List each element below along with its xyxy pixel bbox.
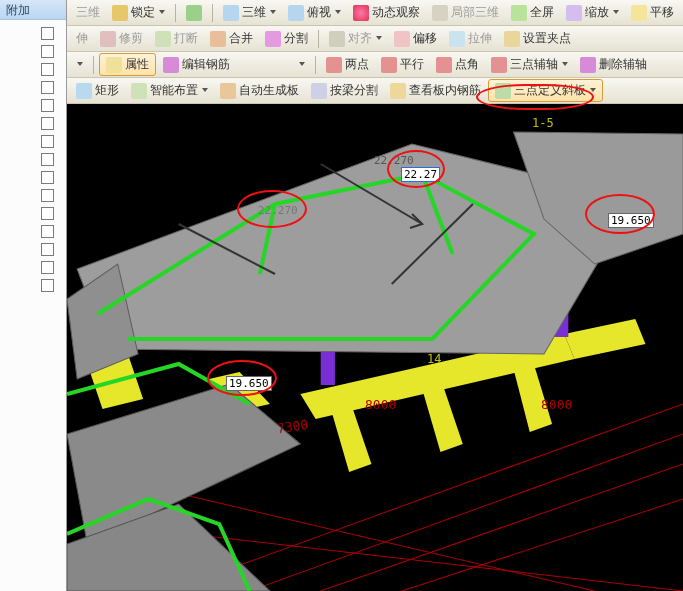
view-rebar-icon xyxy=(390,83,406,99)
trim-button[interactable]: 修剪 xyxy=(95,27,148,50)
cube-icon xyxy=(223,5,239,21)
offset-icon xyxy=(394,31,410,47)
svg-marker-10 xyxy=(331,404,372,472)
grid-label: 14 xyxy=(427,352,441,366)
trim-icon xyxy=(100,31,116,47)
delete-axis-button[interactable]: 删除辅轴 xyxy=(575,53,652,76)
svg-line-2 xyxy=(321,464,683,591)
checkbox[interactable] xyxy=(41,279,54,292)
svg-marker-11 xyxy=(422,384,463,452)
toolbar-view: 三维 锁定 三维 俯视 动态观察 局部三维 全屏 缩放 平移 xyxy=(67,0,683,26)
grid-label: 1-5 xyxy=(532,116,554,130)
zoom-icon xyxy=(566,5,582,21)
svg-line-1 xyxy=(250,434,683,591)
callout-circle xyxy=(207,360,277,396)
checkbox-column xyxy=(0,20,66,591)
left-panel-header: 附加 xyxy=(0,0,66,20)
checkbox[interactable] xyxy=(41,27,54,40)
svg-marker-9 xyxy=(564,319,645,359)
view-3d-label: 三维 xyxy=(71,1,105,24)
view-3d-button[interactable]: 三维 xyxy=(218,1,281,24)
three-point-icon xyxy=(491,57,507,73)
auto-slab-icon xyxy=(220,83,236,99)
three-point-slab-icon xyxy=(495,83,511,99)
split-button[interactable]: 分割 xyxy=(260,27,313,50)
align-icon xyxy=(329,31,345,47)
delete-axis-icon xyxy=(580,57,596,73)
grip-settings-button[interactable]: 设置夹点 xyxy=(499,27,576,50)
zoom-button[interactable]: 缩放 xyxy=(561,1,624,24)
toolbar-rebar: 属性 编辑钢筋 两点 平行 点角 三点辅轴 删除辅轴 xyxy=(67,52,683,78)
break-button[interactable]: 打断 xyxy=(150,27,203,50)
stretch-icon xyxy=(449,31,465,47)
three-point-axis-button[interactable]: 三点辅轴 xyxy=(486,53,573,76)
three-point-slab-button[interactable]: 三点定义斜板 xyxy=(488,79,603,102)
dimension-text: 8000 xyxy=(365,397,396,412)
view-slab-rebar-button[interactable]: 查看板内钢筋 xyxy=(385,79,486,102)
properties-button[interactable]: 属性 xyxy=(99,53,156,76)
callout-circle xyxy=(387,150,445,188)
offset-button[interactable]: 偏移 xyxy=(389,27,442,50)
orbit-button[interactable]: 动态观察 xyxy=(348,1,425,24)
view-top-button[interactable]: 俯视 xyxy=(283,1,346,24)
rect-icon xyxy=(76,83,92,99)
pan-button[interactable]: 平移 xyxy=(626,1,679,24)
two-point-button[interactable]: 两点 xyxy=(321,53,374,76)
checkbox[interactable] xyxy=(41,99,54,112)
toolbar-edit: 伸 修剪 打断 合并 分割 对齐 偏移 拉伸 设置夹点 xyxy=(67,26,683,52)
pan-icon xyxy=(631,5,647,21)
fullscreen-button[interactable]: 全屏 xyxy=(506,1,559,24)
callout-circle xyxy=(585,194,655,234)
local-3d-button[interactable]: 局部三维 xyxy=(427,1,504,24)
checkbox[interactable] xyxy=(41,81,54,94)
dropdown-small[interactable] xyxy=(71,59,88,71)
merge-button[interactable]: 合并 xyxy=(205,27,258,50)
auto-slab-button[interactable]: 自动生成板 xyxy=(215,79,304,102)
svg-line-4 xyxy=(189,534,683,591)
merge-icon xyxy=(210,31,226,47)
align-button[interactable]: 对齐 xyxy=(324,27,387,50)
extend-button[interactable]: 伸 xyxy=(71,27,93,50)
rect-button[interactable]: 矩形 xyxy=(71,79,124,102)
checkbox[interactable] xyxy=(41,189,54,202)
grip-icon xyxy=(504,31,520,47)
local-3d-icon xyxy=(432,5,448,21)
parallel-button[interactable]: 平行 xyxy=(376,53,429,76)
checkbox[interactable] xyxy=(41,171,54,184)
dimension-text: 8000 xyxy=(541,397,572,412)
checkbox[interactable] xyxy=(41,117,54,130)
two-point-icon xyxy=(326,57,342,73)
viewport-3d[interactable]: 22.270 22.27 22.270 19.650 19.650 8000 8… xyxy=(67,104,683,591)
checkbox[interactable] xyxy=(41,45,54,58)
smart-layout-icon xyxy=(131,83,147,99)
checkbox[interactable] xyxy=(41,261,54,274)
stretch-button[interactable]: 拉伸 xyxy=(444,27,497,50)
fullscreen-icon xyxy=(511,5,527,21)
point-angle-button[interactable]: 点角 xyxy=(431,53,484,76)
split-beam-icon xyxy=(311,83,327,99)
edit-rebar-button[interactable]: 编辑钢筋 xyxy=(158,53,235,76)
toolbar-slab: 矩形 智能布置 自动生成板 按梁分割 查看板内钢筋 三点定义斜板 xyxy=(67,78,683,104)
parallel-icon xyxy=(381,57,397,73)
checkbox[interactable] xyxy=(41,153,54,166)
cube-top-icon xyxy=(288,5,304,21)
left-panel: 附加 xyxy=(0,0,67,591)
checkbox[interactable] xyxy=(41,243,54,256)
lock-button[interactable]: 锁定 xyxy=(107,1,170,24)
smart-layout-button[interactable]: 智能布置 xyxy=(126,79,213,102)
callout-circle xyxy=(237,190,307,228)
checkbox[interactable] xyxy=(41,225,54,238)
properties-icon xyxy=(106,57,122,73)
checkbox[interactable] xyxy=(41,63,54,76)
rebar-edit-icon xyxy=(163,57,179,73)
arrow-right-icon xyxy=(186,5,202,21)
dd2[interactable] xyxy=(293,59,310,71)
checkbox[interactable] xyxy=(41,135,54,148)
angle-icon xyxy=(436,57,452,73)
nav-prev[interactable] xyxy=(181,2,207,24)
checkbox[interactable] xyxy=(41,207,54,220)
split-icon xyxy=(265,31,281,47)
break-icon xyxy=(155,31,171,47)
orbit-icon xyxy=(353,5,369,21)
split-by-beam-button[interactable]: 按梁分割 xyxy=(306,79,383,102)
